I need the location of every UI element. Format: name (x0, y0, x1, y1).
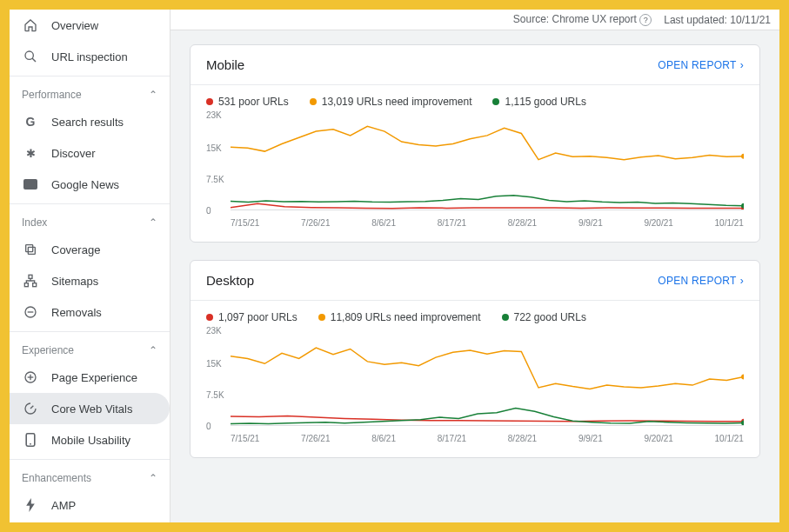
topbar: Source: Chrome UX report ? Last updated:… (171, 10, 779, 30)
chart-desktop: 07.5K15K23K7/15/217/26/218/6/218/17/218/… (206, 330, 744, 443)
open-report-link[interactable]: OPEN REPORT › (658, 59, 744, 71)
svg-point-19 (741, 375, 744, 380)
divider (10, 76, 170, 76)
copy-icon (22, 241, 39, 258)
sidebar-item-label: Search results (51, 116, 124, 129)
section-title: Index (22, 216, 47, 229)
sidebar-item-label: Core Web Vitals (51, 402, 132, 416)
card-desktop: Desktop OPEN REPORT › 1,097 poor URLs 11… (190, 260, 760, 458)
sidebar-item-amp[interactable]: AMP (10, 489, 170, 521)
sidebar-item-label: Overview (51, 19, 98, 32)
svg-rect-4 (26, 245, 33, 252)
divider (10, 331, 170, 332)
sidebar-item-sitemaps[interactable]: Sitemaps (10, 265, 170, 296)
divider (10, 203, 170, 204)
legend-good: 1,115 good URLs (492, 96, 585, 108)
chevron-up-icon: ⌃ (149, 344, 157, 356)
card-mobile: Mobile OPEN REPORT › 531 poor URLs 13,01… (190, 44, 760, 243)
dot-icon (492, 98, 499, 105)
svg-rect-3 (28, 247, 35, 254)
chevron-right-icon: › (740, 59, 744, 71)
section-experience[interactable]: Experience ⌃ (10, 336, 170, 362)
dot-icon (206, 314, 213, 321)
svg-point-0 (25, 51, 33, 59)
help-icon[interactable]: ? (639, 14, 652, 26)
chart-mobile: 07.5K15K23K7/15/217/26/218/6/218/17/218/… (206, 115, 744, 228)
legend-need: 13,019 URLs need improvement (310, 96, 472, 108)
sidebar-item-removals[interactable]: Removals (10, 296, 170, 328)
sidebar-item-overview[interactable]: Overview (10, 10, 170, 41)
search-icon (22, 48, 39, 65)
sidebar-item-label: URL inspection (51, 50, 128, 63)
section-enhancements[interactable]: Enhancements ⌃ (10, 463, 170, 489)
sidebar-item-url-inspection[interactable]: URL inspection (10, 41, 170, 72)
svg-rect-6 (24, 283, 28, 287)
home-icon (22, 17, 39, 34)
main: Source: Chrome UX report ? Last updated:… (171, 10, 779, 522)
svg-rect-5 (29, 275, 32, 278)
sidebar-item-search-results[interactable]: G Search results (10, 106, 170, 137)
spark-icon: ✱ (22, 144, 39, 162)
legend-good: 722 good URLs (502, 311, 586, 323)
legend-need: 11,809 URLs need improvement (318, 311, 481, 323)
legend: 1,097 poor URLs 11,809 URLs need improve… (191, 301, 759, 327)
news-icon (22, 176, 39, 193)
section-performance[interactable]: Performance ⌃ (10, 80, 170, 106)
sidebar-item-discover[interactable]: ✱ Discover (10, 137, 170, 169)
plus-circle-icon (22, 369, 39, 386)
sidebar-item-label: Sitemaps (51, 275, 98, 288)
dot-icon (310, 98, 317, 105)
sidebar: Overview URL inspection Performance ⌃ G … (10, 10, 171, 522)
legend: 531 poor URLs 13,019 URLs need improveme… (191, 85, 759, 111)
google-g-icon: G (22, 113, 39, 130)
sidebar-item-label: AMP (51, 499, 76, 512)
section-index[interactable]: Index ⌃ (10, 208, 170, 234)
content: Mobile OPEN REPORT › 531 poor URLs 13,01… (171, 30, 779, 522)
sidebar-item-breadcrumbs[interactable]: Breadcrumbs (10, 521, 170, 522)
svg-rect-2 (23, 179, 37, 190)
sidebar-item-google-news[interactable]: Google News (10, 169, 170, 200)
sidebar-item-label: Removals (51, 306, 102, 319)
sidebar-item-label: Coverage (51, 243, 100, 256)
sidebar-item-mobile-usability[interactable]: Mobile Usability (10, 424, 170, 456)
legend-poor: 531 poor URLs (206, 96, 289, 108)
dot-icon (318, 314, 325, 321)
chevron-up-icon: ⌃ (149, 216, 157, 229)
sidebar-item-label: Discover (51, 147, 96, 160)
sidebar-item-label: Google News (51, 178, 119, 191)
chevron-up-icon: ⌃ (149, 89, 157, 101)
sitemap-icon (22, 272, 39, 289)
chevron-up-icon: ⌃ (149, 472, 157, 484)
bolt-icon (22, 496, 39, 514)
divider (10, 459, 170, 460)
sidebar-item-core-web-vitals[interactable]: Core Web Vitals (10, 393, 170, 424)
svg-point-16 (741, 154, 744, 159)
source-text: Source: Chrome UX report ? (513, 13, 652, 26)
sidebar-item-page-experience[interactable]: Page Experience (10, 362, 170, 393)
last-updated-text: Last updated: 10/11/21 (664, 14, 771, 26)
svg-rect-7 (33, 283, 37, 287)
section-title: Experience (22, 344, 74, 356)
chevron-right-icon: › (740, 275, 744, 287)
section-title: Enhancements (22, 472, 91, 484)
sidebar-item-label: Page Experience (51, 371, 137, 384)
open-report-link[interactable]: OPEN REPORT › (658, 275, 744, 287)
sidebar-item-label: Mobile Usability (51, 434, 130, 447)
dot-icon (502, 314, 509, 321)
section-title: Performance (22, 89, 82, 101)
card-title: Mobile (206, 57, 244, 72)
dot-icon (206, 98, 213, 105)
speed-icon (22, 400, 39, 417)
svg-line-1 (32, 58, 36, 62)
minus-circle-icon (22, 303, 39, 321)
mobile-icon (22, 431, 39, 449)
card-title: Desktop (206, 273, 254, 288)
legend-poor: 1,097 poor URLs (206, 311, 298, 323)
sidebar-item-coverage[interactable]: Coverage (10, 234, 170, 265)
